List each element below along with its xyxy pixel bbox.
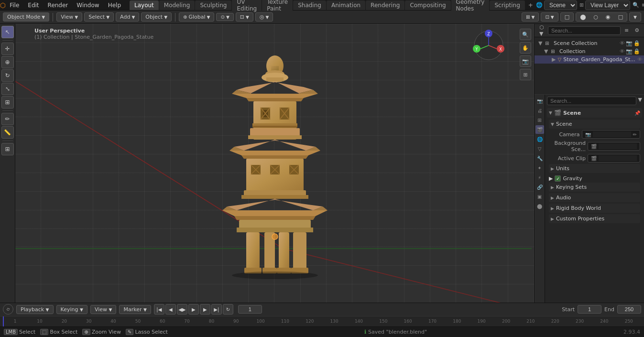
outliner-scene-collection[interactable]: ▼ ⊞ Scene Collection 👁 📷 🔒 (535, 39, 644, 47)
outliner-collection[interactable]: ▼ ⊞ Collection 👁 📷 🔒 (535, 47, 644, 55)
pan-icon[interactable]: ✋ (520, 42, 531, 54)
tab-modeling[interactable]: Modeling (159, 0, 195, 10)
tab-rendering[interactable]: Rendering (366, 0, 404, 10)
tab-add[interactable]: + (525, 0, 536, 10)
keying-section[interactable]: ▶ Keying Sets (549, 183, 640, 192)
prop-constraints-icon[interactable]: 🔗 (535, 183, 544, 191)
menu-window[interactable]: Window (73, 1, 103, 10)
tab-uv-editing[interactable]: UV Editing (232, 0, 262, 13)
prop-search-input[interactable] (547, 97, 636, 105)
collection-visibility-icon[interactable]: 👁 (620, 48, 625, 54)
tab-scripting[interactable]: Scripting (490, 0, 524, 10)
playback-menu[interactable]: Playback ▼ (16, 305, 54, 314)
prop-view-layer-icon[interactable]: ⊞ (535, 116, 544, 124)
snap-toggle[interactable]: ⊡ ▼ (236, 12, 253, 22)
outliner-stone-pagoda[interactable]: ▶ ▽ Stone_Garden_Pagoda_St... 👁 📷 🔒 (535, 55, 644, 64)
transform-pivot[interactable]: ⊙ ▼ (216, 13, 233, 21)
play-btn[interactable]: ▶ (188, 304, 199, 315)
prop-object-icon[interactable]: ▽ (535, 144, 544, 153)
prop-search-filter[interactable]: ▼ (638, 97, 642, 105)
custom-props-section[interactable]: ▶ Custom Properties (549, 214, 640, 223)
menu-render[interactable]: Render (44, 1, 72, 10)
scene-section-header[interactable]: ▼ 🎬 Scene 📌 (547, 108, 642, 118)
play-back-btn[interactable]: ◀▶ (177, 304, 187, 315)
tool-move[interactable]: ⊕ (1, 56, 14, 68)
rendered-shading[interactable]: ◉ (602, 13, 614, 21)
step-back-btn[interactable]: ◀ (165, 304, 176, 315)
prop-modifier-icon[interactable]: 🔧 (535, 154, 544, 163)
collection-render-icon[interactable]: 📷 (626, 48, 633, 54)
tool-transform[interactable]: ⊞ (1, 96, 14, 109)
gizmo-toggle[interactable]: ⊠ ▼ (522, 12, 539, 22)
gravity-checkbox[interactable]: ✓ (555, 175, 561, 182)
camera-edit-icon[interactable]: ✏ (633, 132, 637, 137)
marker-menu[interactable]: Marker ▼ (119, 305, 151, 314)
add-menu[interactable]: Add ▼ (116, 12, 139, 22)
prop-data-icon[interactable]: ▣ (535, 192, 544, 201)
prop-material-icon[interactable]: ⬤ (535, 202, 544, 210)
prop-world-icon[interactable]: 🌐 (535, 135, 544, 143)
xray-toggle[interactable]: □ (560, 12, 574, 22)
camera-value[interactable]: 📷 ✏ (582, 130, 640, 139)
audio-section[interactable]: ▶ Audio (549, 193, 640, 202)
tool-cursor[interactable]: ✛ (1, 43, 14, 55)
prop-scene-icon[interactable]: 🎬 (535, 125, 544, 134)
options-icon[interactable]: ≡ (642, 2, 644, 8)
prop-render-icon[interactable]: 📷 (535, 97, 544, 105)
units-section[interactable]: ▶ Units (549, 164, 640, 173)
jump-end-btn[interactable]: ▶| (211, 304, 222, 315)
menu-help[interactable]: Help (104, 1, 125, 10)
mode-selector[interactable]: Object Mode ▼ (3, 12, 49, 22)
active-clip-value[interactable]: 🎬 (588, 154, 640, 163)
tab-layout[interactable]: Layout (130, 0, 159, 10)
transform-global[interactable]: ⊕ Global ▼ (179, 12, 214, 22)
render-view-icon[interactable]: ⊞ (520, 69, 531, 80)
material-shading[interactable]: ○ (589, 13, 602, 21)
outliner-search[interactable] (548, 26, 621, 35)
scene-pin-icon[interactable]: 📌 (634, 110, 640, 116)
view-layer-selector[interactable]: View Layer (585, 0, 630, 10)
start-frame-input[interactable]: 1 (578, 305, 601, 314)
view-menu-timeline[interactable]: View ▼ (90, 305, 117, 314)
prop-physics-icon[interactable]: ⚡ (535, 173, 544, 182)
fps-indicator[interactable]: ⏱ (3, 304, 13, 315)
prop-settings[interactable]: ⚙ (633, 26, 641, 34)
step-fwd-btn[interactable]: ▶ (200, 304, 210, 315)
object-menu[interactable]: Object ▼ (141, 12, 172, 22)
tool-annotate[interactable]: ✏ (1, 113, 14, 125)
prop-filter[interactable]: ≡ (622, 26, 631, 34)
wire-shading[interactable]: □ (614, 13, 627, 21)
tool-select[interactable]: ↖ (1, 26, 14, 38)
loop-btn[interactable]: ↻ (223, 304, 233, 315)
view-menu[interactable]: View ▼ (56, 12, 82, 22)
tab-shading[interactable]: Shading (293, 0, 326, 10)
search-global-icon[interactable]: 🔍 (633, 2, 639, 8)
jump-start-btn[interactable]: |◀ (154, 304, 164, 315)
timeline-ruler[interactable]: 1 10 20 30 40 50 60 70 80 90 100 110 120… (0, 316, 644, 327)
lock-icon[interactable]: 🔒 (633, 40, 640, 46)
tab-geometry-nodes[interactable]: Geometry Nodes (451, 0, 490, 13)
viewport-3d[interactable]: User Perspective (1) Collection | Stone_… (15, 24, 534, 303)
nav-gizmo[interactable]: Z X Y (472, 29, 505, 62)
render-icon[interactable]: 📷 (626, 40, 633, 46)
tab-compositing[interactable]: Compositing (405, 0, 450, 10)
solid-shading[interactable]: ⬤ (576, 13, 589, 21)
camera-view-icon[interactable]: 📷 (520, 55, 531, 67)
rigid-body-section[interactable]: ▶ Rigid Body World (549, 204, 640, 213)
end-frame-input[interactable]: 250 (617, 305, 641, 314)
tool-rotate[interactable]: ↻ (1, 69, 14, 82)
prop-particles-icon[interactable]: ✦ (535, 163, 544, 172)
tab-texture-paint[interactable]: Texture Paint (262, 0, 293, 13)
scene-selector[interactable]: Scene (544, 0, 577, 10)
zoom-icon[interactable]: 🔍 (520, 29, 531, 40)
menu-file[interactable]: File (6, 1, 23, 10)
menu-edit[interactable]: Edit (24, 1, 43, 10)
keying-menu[interactable]: Keying ▼ (56, 305, 87, 314)
frame-current-input[interactable]: 1 (238, 305, 262, 314)
tab-animation[interactable]: Animation (327, 0, 365, 10)
tool-measure[interactable]: 📏 (1, 126, 14, 139)
tab-sculpting[interactable]: Sculpting (195, 0, 231, 10)
prop-output-icon[interactable]: 🖨 (535, 106, 544, 115)
proportional-edit[interactable]: ◎ ▼ (255, 12, 273, 22)
prop-header-dropdown[interactable]: ⬡ ▼ (537, 23, 546, 38)
